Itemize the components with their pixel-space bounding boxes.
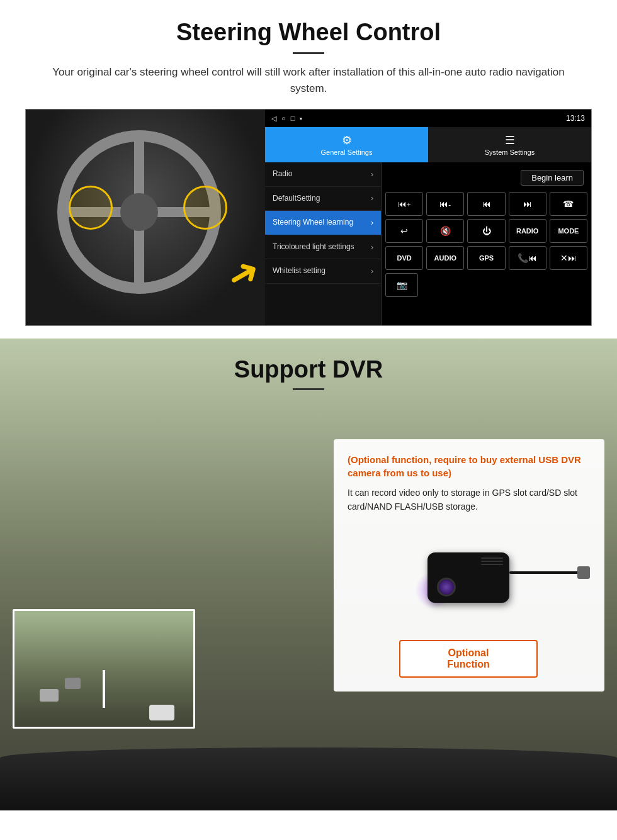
thumbnail-road-scene	[14, 611, 193, 727]
radio-button[interactable]: RADIO	[509, 219, 546, 243]
begin-learn-row: Begin learn	[385, 166, 587, 189]
tab-general-label: General Settings	[321, 148, 373, 156]
title-divider	[293, 52, 324, 54]
steering-description: Your original car's steering wheel contr…	[50, 64, 567, 96]
menu-steering-arrow: ›	[371, 218, 373, 227]
dvr-footage-thumbnail	[13, 609, 195, 729]
right-control-highlight	[183, 186, 227, 230]
menu-default-setting[interactable]: DefaultSetting ›	[265, 187, 381, 211]
menu-whitelist-label: Whitelist setting	[273, 266, 325, 276]
menu-radio-arrow: ›	[371, 170, 373, 179]
vent-line-2	[481, 561, 503, 562]
menu-tricoloured-arrow: ›	[371, 243, 373, 252]
begin-learn-button[interactable]: Begin learn	[521, 170, 584, 186]
steering-wheel-bg: ➜	[26, 109, 265, 326]
skip-next-button[interactable]: ✕⏭	[550, 246, 587, 270]
control-row-3: DVD AUDIO GPS 📞⏮ ✕⏭	[385, 246, 587, 270]
car-silhouette	[149, 705, 174, 720]
dvr-info-card: (Optional function, require to buy exter…	[334, 439, 604, 692]
menu-whitelist[interactable]: Whitelist setting ›	[265, 259, 381, 284]
dvr-title-divider	[293, 388, 324, 390]
power-button[interactable]: ⏻	[467, 219, 505, 243]
mute-button[interactable]: 🔇	[426, 219, 464, 243]
android-ui-panel: ◁ ○ □ ▪ 13:13 ⚙ General Settings ☰ Syste…	[265, 109, 591, 325]
statusbar-time: 13:13	[566, 114, 585, 123]
car-shape-2	[40, 689, 59, 702]
menu-tricoloured-label: Tricoloured light settings	[273, 242, 354, 252]
menu-default-label: DefaultSetting	[273, 194, 320, 204]
camera-assembly	[427, 552, 509, 603]
dvr-section: Support DVR (Optional function, require …	[0, 339, 617, 810]
dvd-button[interactable]: DVD	[385, 246, 423, 270]
dashboard-edge	[0, 748, 617, 810]
android-content-area: Radio › DefaultSetting › Steering Wheel …	[265, 162, 591, 325]
camera-vent	[481, 557, 503, 565]
steering-control-buttons: Begin learn ⏮+ ⏮- ⏮ ⏭ ☎ ↩ 🔇 ⏻	[382, 162, 591, 325]
vol-up-button[interactable]: ⏮+	[385, 192, 423, 216]
dvr-background: Support DVR (Optional function, require …	[0, 339, 617, 810]
control-row-1: ⏮+ ⏮- ⏮ ⏭ ☎	[385, 192, 587, 216]
mode-button[interactable]: MODE	[550, 219, 587, 243]
tab-system-label: System Settings	[485, 148, 535, 156]
left-control-highlight	[69, 186, 113, 230]
tab-system-settings[interactable]: ☰ System Settings	[428, 127, 591, 162]
menu-whitelist-arrow: ›	[371, 267, 373, 276]
control-row-2: ↩ 🔇 ⏻ RADIO MODE	[385, 219, 587, 243]
gps-button[interactable]: GPS	[467, 246, 505, 270]
car-shape-3	[65, 678, 81, 689]
menu-tricoloured[interactable]: Tricoloured light settings ›	[265, 235, 381, 260]
prev-track-button[interactable]: ⏮	[467, 192, 505, 216]
next-track-button[interactable]: ⏭	[509, 192, 546, 216]
menu-steering-label: Steering Wheel learning	[273, 218, 353, 228]
settings-menu: Radio › DefaultSetting › Steering Wheel …	[265, 162, 382, 325]
steering-wheel-photo: ➜	[26, 109, 265, 326]
tab-general-settings[interactable]: ⚙ General Settings	[265, 127, 428, 162]
camera-button[interactable]: 📷	[385, 273, 418, 297]
dvr-description: It can record video only to storage in G…	[348, 486, 589, 514]
home-icon: ○	[281, 115, 286, 122]
gear-icon: ⚙	[342, 133, 352, 147]
vent-line-1	[481, 557, 503, 559]
dvr-camera-illustration	[348, 524, 589, 631]
usb-cable	[509, 571, 585, 574]
menu-radio-label: Radio	[273, 169, 292, 179]
statusbar-nav-icons: ◁ ○ □ ▪	[271, 115, 302, 123]
control-row-4: 📷	[385, 273, 587, 297]
dvr-title: Support DVR	[0, 356, 617, 383]
settings-icon: ☰	[505, 133, 515, 147]
phone-button[interactable]: ☎	[550, 192, 587, 216]
tel-prev-button[interactable]: 📞⏮	[509, 246, 546, 270]
android-statusbar: ◁ ○ □ ▪ 13:13	[265, 109, 591, 127]
dvr-optional-notice: (Optional function, require to buy exter…	[348, 453, 589, 479]
hangup-button[interactable]: ↩	[385, 219, 423, 243]
back-icon: ◁	[271, 115, 276, 123]
menu-steering-wheel[interactable]: Steering Wheel learning ›	[265, 211, 381, 235]
steering-title: Steering Wheel Control	[25, 19, 592, 46]
camera-body	[427, 552, 509, 603]
road-center-line	[103, 670, 105, 708]
menu-icon: ▪	[300, 115, 302, 122]
optional-function-button[interactable]: Optional Function	[399, 640, 538, 678]
audio-button[interactable]: AUDIO	[426, 246, 464, 270]
wheel-center-hub	[120, 193, 158, 231]
camera-lens	[437, 578, 456, 596]
usb-connector	[577, 566, 590, 579]
menu-radio[interactable]: Radio ›	[265, 162, 381, 187]
wheel-wrapper	[57, 130, 234, 306]
dvr-title-area: Support DVR	[0, 339, 617, 390]
menu-default-arrow: ›	[371, 194, 373, 203]
steering-section: Steering Wheel Control Your original car…	[0, 0, 617, 339]
vent-line-3	[481, 564, 503, 565]
recents-icon: □	[291, 115, 295, 122]
vol-down-button[interactable]: ⏮-	[426, 192, 464, 216]
steering-demo: ➜ ◁ ○ □ ▪ 13:13 ⚙ General Settings	[25, 109, 592, 326]
android-tab-bar: ⚙ General Settings ☰ System Settings	[265, 127, 591, 162]
